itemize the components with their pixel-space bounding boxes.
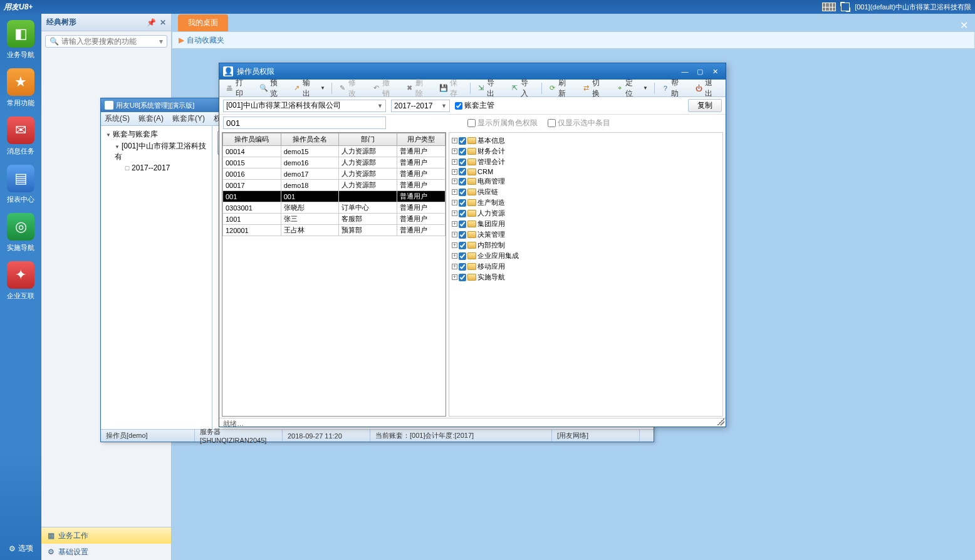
expand-icon[interactable]: + xyxy=(452,242,457,248)
expand-icon[interactable]: + xyxy=(452,159,457,165)
perm-checkbox[interactable] xyxy=(459,274,466,281)
perm-node[interactable]: +供应链 xyxy=(452,187,720,197)
tb-exit[interactable]: ⏻退出 xyxy=(691,76,723,100)
expand-icon[interactable]: + xyxy=(452,221,457,227)
rail-messages[interactable]: ✉消息任务 xyxy=(7,117,34,156)
grid-header[interactable]: 用户类型 xyxy=(397,133,446,146)
close-button[interactable]: ✕ xyxy=(708,66,722,76)
master-checkbox[interactable]: 账套主管 xyxy=(455,100,494,111)
perm-checkbox[interactable] xyxy=(459,231,466,239)
expand-icon[interactable]: + xyxy=(452,274,457,280)
table-row[interactable]: 0303001张晓彤订单中心普通用户 xyxy=(223,202,446,214)
table-row[interactable]: 00016demo17人力资源部普通用户 xyxy=(223,169,446,180)
perm-checkbox[interactable] xyxy=(459,137,466,145)
perm-node[interactable]: +电商管理 xyxy=(452,176,720,187)
copy-button[interactable]: 复制 xyxy=(688,99,722,112)
table-row[interactable]: 00014demo15人力资源部普通用户 xyxy=(223,146,446,157)
year-combo[interactable]: 2017--2017▼ xyxy=(391,100,450,112)
chevron-down-icon[interactable]: ▾ xyxy=(159,37,163,46)
perm-node[interactable]: +移动应用 xyxy=(452,261,720,272)
perm-node[interactable]: +管理会计 xyxy=(452,157,720,167)
rail-impl[interactable]: ◎实施导航 xyxy=(7,213,34,252)
perm-node[interactable]: +生产制造 xyxy=(452,197,720,208)
perm-node[interactable]: +集团应用 xyxy=(452,219,720,229)
expand-icon[interactable]: + xyxy=(452,189,457,195)
expand-icon[interactable]: + xyxy=(452,148,457,154)
show-roles-checkbox[interactable]: 显示所属角色权限 xyxy=(467,118,538,128)
perm-checkbox[interactable] xyxy=(459,252,466,260)
perm-checkbox[interactable] xyxy=(459,210,466,217)
tree-root[interactable]: 账套与账套库 xyxy=(103,128,209,140)
rail-options[interactable]: ⚙选项 xyxy=(9,543,33,554)
tb-switch[interactable]: ⇄切换 xyxy=(578,76,611,100)
tb-refresh[interactable]: ⟳刷新 xyxy=(545,76,577,100)
perm-node[interactable]: +人力资源 xyxy=(452,208,720,219)
tab-desktop[interactable]: 我的桌面 xyxy=(178,14,228,31)
table-row[interactable]: 001001普通用户 xyxy=(223,191,446,202)
expand-icon[interactable]: + xyxy=(452,138,457,143)
permission-tree[interactable]: +基本信息+财务会计+管理会计+CRM+电商管理+供应链+生产制造+人力资源+集… xyxy=(449,132,723,417)
layout-grid-icon[interactable] xyxy=(822,3,836,11)
search-input[interactable] xyxy=(61,37,157,46)
expand-icon[interactable]: + xyxy=(452,169,457,175)
table-row[interactable]: 120001王占林预算部普通用户 xyxy=(223,225,446,236)
account-combo[interactable]: [001]中山市得莱卫浴科技有限公司▼ xyxy=(223,100,386,112)
perm-checkbox[interactable] xyxy=(459,168,466,175)
rail-biz-nav[interactable]: ◧业务导航 xyxy=(7,20,34,60)
favorites-bar[interactable]: ▶ 自动收藏夹 xyxy=(172,31,975,49)
search-text-input[interactable] xyxy=(223,117,386,129)
expand-icon[interactable]: + xyxy=(452,210,457,216)
perm-checkbox[interactable] xyxy=(459,148,466,155)
tb-export[interactable]: ⇲导出 xyxy=(473,76,506,100)
minimize-button[interactable]: — xyxy=(678,66,692,76)
expand-icon[interactable]: + xyxy=(452,264,457,269)
tb-output[interactable]: ↗输出▼ xyxy=(289,76,329,100)
tb-locate[interactable]: ⌖定位▼ xyxy=(612,76,652,100)
resize-handle[interactable] xyxy=(717,418,724,425)
search-box[interactable]: 🔍 ▾ xyxy=(45,35,167,48)
tree-account[interactable]: [001]中山市得莱卫浴科技有 xyxy=(103,140,209,163)
tree-year[interactable]: 2017--2017 xyxy=(103,163,209,173)
perm-checkbox[interactable] xyxy=(459,242,466,249)
menu-system[interactable]: 系统(S) xyxy=(105,113,130,124)
perm-node[interactable]: +实施导航 xyxy=(452,272,720,283)
rail-common[interactable]: ★常用功能 xyxy=(7,68,34,108)
perm-checkbox[interactable] xyxy=(459,178,466,185)
perm-checkbox[interactable] xyxy=(459,158,466,166)
footer-tab-settings[interactable]: ⚙基础设置 xyxy=(41,544,171,560)
rail-reports[interactable]: ▤报表中心 xyxy=(7,165,34,204)
perm-node[interactable]: +决策管理 xyxy=(452,229,720,240)
expand-icon[interactable]: + xyxy=(452,232,457,237)
close-icon[interactable]: ✕ xyxy=(160,18,166,27)
perm-node[interactable]: +CRM xyxy=(452,167,720,176)
rail-enterprise[interactable]: ✦企业互联 xyxy=(7,261,34,301)
tb-help[interactable]: ?帮助 xyxy=(657,76,690,100)
tb-preview[interactable]: 🔍预览 xyxy=(256,76,288,100)
perm-checkbox[interactable] xyxy=(459,199,466,207)
maximize-button[interactable]: ▢ xyxy=(693,66,707,76)
grid-header[interactable]: 部门 xyxy=(339,133,397,146)
expand-icon[interactable]: + xyxy=(452,253,457,259)
expand-icon[interactable]: + xyxy=(452,179,457,184)
show-selected-checkbox[interactable]: 仅显示选中条目 xyxy=(548,118,610,128)
table-row[interactable]: 00015demo16人力资源部普通用户 xyxy=(223,157,446,169)
footer-tab-work[interactable]: ▦业务工作 xyxy=(41,527,171,544)
grid-header[interactable]: 操作员全名 xyxy=(281,133,339,146)
perm-checkbox[interactable] xyxy=(459,189,466,196)
perm-node[interactable]: +财务会计 xyxy=(452,146,720,157)
tb-print[interactable]: 🖶打印 xyxy=(222,76,254,100)
menu-account-lib[interactable]: 账套库(Y) xyxy=(172,113,205,124)
operator-grid[interactable]: 操作员编码操作员全名部门用户类型 00014demo15人力资源部普通用户000… xyxy=(222,132,446,417)
perm-node[interactable]: +内部控制 xyxy=(452,240,720,251)
perm-checkbox[interactable] xyxy=(459,220,466,228)
table-row[interactable]: 00017demo18人力资源部普通用户 xyxy=(223,180,446,191)
perm-node[interactable]: +基本信息 xyxy=(452,135,720,146)
fullscreen-icon[interactable] xyxy=(841,3,850,11)
tab-close-icon[interactable]: ✕ xyxy=(957,19,970,31)
menu-account[interactable]: 账套(A) xyxy=(138,113,164,124)
perm-checkbox[interactable] xyxy=(459,263,466,271)
table-row[interactable]: 1001张三客服部普通用户 xyxy=(223,214,446,225)
grid-header[interactable]: 操作员编码 xyxy=(223,133,281,146)
tb-import[interactable]: ⇱导入 xyxy=(507,76,540,100)
expand-icon[interactable]: + xyxy=(452,200,457,205)
